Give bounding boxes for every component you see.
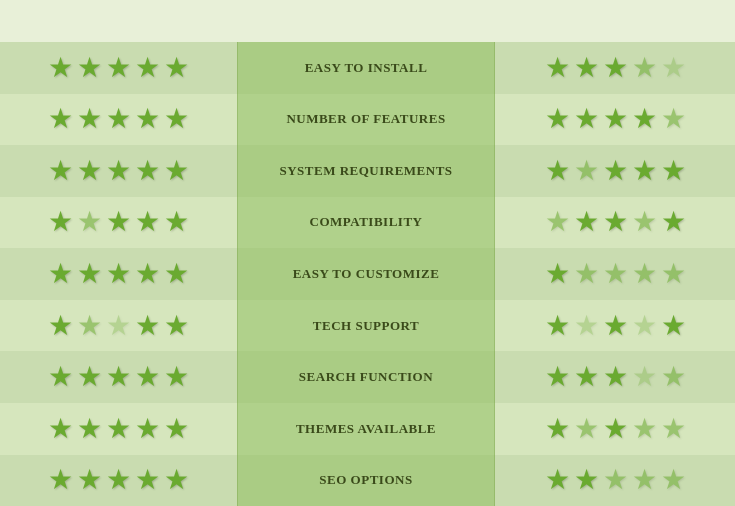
stars-right: ★★★★★ (495, 54, 735, 82)
stars-right: ★★★★★ (495, 363, 735, 391)
star-icon: ★ (164, 466, 189, 494)
star-icon: ★ (135, 105, 160, 133)
star-icon: ★ (603, 260, 628, 288)
star-icon: ★ (661, 260, 686, 288)
star-icon: ★ (603, 466, 628, 494)
star-icon: ★ (661, 54, 686, 82)
star-icon: ★ (106, 157, 131, 185)
stars-left: ★★★★★ (0, 466, 237, 494)
stars-left: ★★★★★ (0, 208, 237, 236)
star-icon: ★ (106, 312, 131, 340)
stars-right: ★★★★★ (495, 208, 735, 236)
stars-left: ★★★★★ (0, 312, 237, 340)
star-icon: ★ (661, 466, 686, 494)
table-row: ★★★★★ SYSTEM REQUIREMENTS ★★★★★ (0, 145, 735, 197)
star-icon: ★ (164, 208, 189, 236)
star-icon: ★ (574, 260, 599, 288)
star-icon: ★ (545, 54, 570, 82)
star-icon: ★ (48, 208, 73, 236)
row-label: NUMBER OF FEATURES (237, 94, 495, 146)
star-icon: ★ (545, 312, 570, 340)
table-row: ★★★★★ SEARCH FUNCTION ★★★★★ (0, 351, 735, 403)
star-icon: ★ (661, 157, 686, 185)
star-icon: ★ (632, 105, 657, 133)
stars-left: ★★★★★ (0, 363, 237, 391)
table-row: ★★★★★ TECH SUPPORT ★★★★★ (0, 300, 735, 352)
stars-right: ★★★★★ (495, 415, 735, 443)
star-icon: ★ (48, 105, 73, 133)
star-icon: ★ (77, 466, 102, 494)
star-icon: ★ (603, 105, 628, 133)
star-icon: ★ (574, 208, 599, 236)
star-icon: ★ (77, 363, 102, 391)
row-label: COMPATIBILITY (237, 197, 495, 249)
stars-right: ★★★★★ (495, 312, 735, 340)
star-icon: ★ (135, 208, 160, 236)
star-icon: ★ (164, 363, 189, 391)
star-icon: ★ (603, 208, 628, 236)
star-icon: ★ (574, 363, 599, 391)
star-icon: ★ (77, 54, 102, 82)
row-label: THEMES AVAILABLE (237, 403, 495, 455)
star-icon: ★ (106, 260, 131, 288)
star-icon: ★ (545, 363, 570, 391)
star-icon: ★ (661, 415, 686, 443)
star-icon: ★ (135, 54, 160, 82)
star-icon: ★ (661, 105, 686, 133)
star-icon: ★ (574, 415, 599, 443)
star-icon: ★ (545, 157, 570, 185)
star-icon: ★ (164, 54, 189, 82)
star-icon: ★ (632, 260, 657, 288)
stars-left: ★★★★★ (0, 105, 237, 133)
stars-left: ★★★★★ (0, 260, 237, 288)
star-icon: ★ (48, 157, 73, 185)
star-icon: ★ (48, 312, 73, 340)
star-icon: ★ (77, 105, 102, 133)
star-icon: ★ (574, 54, 599, 82)
header-row (0, 0, 735, 42)
row-label: EASY TO INSTALL (237, 42, 495, 94)
star-icon: ★ (545, 466, 570, 494)
stars-right: ★★★★★ (495, 466, 735, 494)
stars-left: ★★★★★ (0, 54, 237, 82)
star-icon: ★ (545, 260, 570, 288)
star-icon: ★ (135, 312, 160, 340)
star-icon: ★ (632, 54, 657, 82)
star-icon: ★ (106, 415, 131, 443)
star-icon: ★ (48, 466, 73, 494)
star-icon: ★ (106, 363, 131, 391)
star-icon: ★ (77, 415, 102, 443)
star-icon: ★ (135, 466, 160, 494)
star-icon: ★ (106, 208, 131, 236)
table-row: ★★★★★ EASY TO INSTALL ★★★★★ (0, 42, 735, 94)
table-row: ★★★★★ THEMES AVAILABLE ★★★★★ (0, 403, 735, 455)
star-icon: ★ (661, 208, 686, 236)
star-icon: ★ (164, 157, 189, 185)
star-icon: ★ (603, 54, 628, 82)
star-icon: ★ (135, 157, 160, 185)
star-icon: ★ (77, 312, 102, 340)
table-row: ★★★★★ NUMBER OF FEATURES ★★★★★ (0, 94, 735, 146)
star-icon: ★ (632, 208, 657, 236)
star-icon: ★ (603, 415, 628, 443)
star-icon: ★ (603, 363, 628, 391)
star-icon: ★ (632, 363, 657, 391)
star-icon: ★ (77, 260, 102, 288)
star-icon: ★ (661, 363, 686, 391)
star-icon: ★ (545, 105, 570, 133)
star-icon: ★ (574, 312, 599, 340)
star-icon: ★ (135, 260, 160, 288)
row-label: SEARCH FUNCTION (237, 351, 495, 403)
star-icon: ★ (77, 208, 102, 236)
star-icon: ★ (77, 157, 102, 185)
star-icon: ★ (545, 208, 570, 236)
star-icon: ★ (106, 54, 131, 82)
star-icon: ★ (632, 466, 657, 494)
star-icon: ★ (632, 312, 657, 340)
star-icon: ★ (164, 312, 189, 340)
star-icon: ★ (135, 363, 160, 391)
stars-right: ★★★★★ (495, 260, 735, 288)
star-icon: ★ (164, 105, 189, 133)
row-label: EASY TO CUSTOMIZE (237, 248, 495, 300)
star-icon: ★ (106, 466, 131, 494)
